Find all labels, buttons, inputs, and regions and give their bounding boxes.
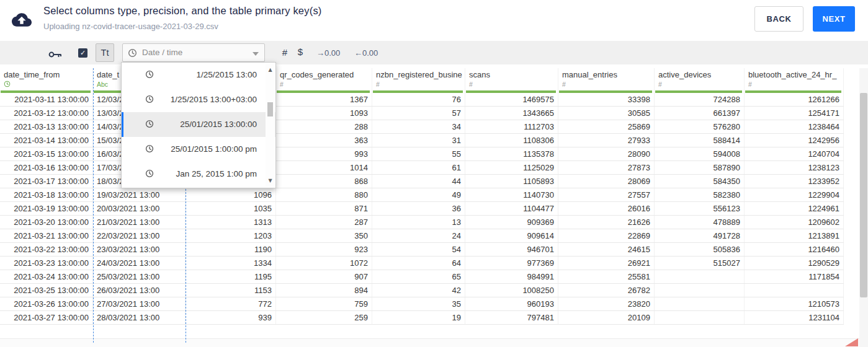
column-name: bluetooth_active_24_hr_ [748,70,843,79]
cell: 1238464 [745,120,844,133]
column-type-marker: # [376,81,465,89]
column-name: date_time_from [4,70,92,79]
number-type-button[interactable]: # [279,47,290,58]
cell: 2021-03-20 13:00:00 [0,216,93,229]
format-option[interactable]: 1/25/2015 13:00 [122,63,275,87]
table-row: 2021-03-24 13:00:0025/03/2021 13:0011959… [0,270,844,284]
clock-icon [145,70,154,81]
cell: 65 [372,270,465,283]
dropdown-scrollbar-thumb[interactable] [267,102,273,116]
cell: 28069 [558,175,655,188]
cell: 1104477 [465,202,558,215]
format-option[interactable]: 25/01/2015 13:00:00 [122,112,275,137]
cell: 34 [372,120,465,133]
column-header[interactable]: qr_codes_generated# [276,68,372,93]
decrease-precision-button[interactable]: ←0.00 [354,48,378,58]
back-button[interactable]: BACK [754,6,803,32]
column-type-marker: # [562,81,654,89]
cell: 1229904 [745,188,844,201]
cell: 1135378 [465,147,558,160]
cell: 27557 [558,188,655,201]
currency-type-button[interactable]: $ [296,46,305,57]
cell: 1254171 [745,107,844,120]
cell: 1153 [186,284,276,297]
column-header[interactable]: manual_entries# [558,68,655,93]
cell: 871 [276,202,372,215]
column-header[interactable]: active_devices# [655,68,745,93]
cell: 2021-03-12 13:00:00 [0,107,93,120]
cell: 1140730 [465,188,558,201]
column-type-marker [4,81,92,89]
table-row: 2021-03-27 13:00:0028/03/2021 13:0093925… [0,311,844,325]
text-type-button[interactable]: Tt [96,43,114,62]
cell: 797481 [465,311,558,324]
cell: 1290529 [745,257,844,270]
cell: 909369 [465,216,558,229]
cell: 2021-03-23 13:00:00 [0,257,93,270]
upload-cloud-icon [12,10,32,30]
cell: 576280 [655,120,745,133]
scroll-down-icon[interactable]: ▼ [266,178,275,183]
cell: 868 [276,175,372,188]
cell: 2021-03-22 13:00:00 [0,243,93,256]
column-header[interactable]: scans# [465,68,558,93]
page-title: Select columns type, precision, and the … [43,5,322,17]
horizontal-scrollbar[interactable] [0,338,859,347]
cell: 1216460 [745,243,844,256]
cell: 584350 [655,175,745,188]
cell: 25869 [558,120,655,133]
cell: 1240704 [745,147,844,160]
cell: 582380 [655,188,745,201]
cell: 2021-03-13 13:00:00 [0,120,93,133]
column-header[interactable]: date_time_from [0,68,93,93]
cell: 1190 [186,243,276,256]
column-type-select[interactable]: Date / time [122,43,265,62]
cell: 13 [372,216,465,229]
format-option[interactable]: 25/01/2015 1:00:00 pm [122,137,275,162]
cell: 1035 [186,202,276,215]
selected-column-guide-left [93,68,94,343]
format-option[interactable]: 1/25/2015 13:00+03:00 [122,87,275,112]
column-type-marker: # [658,81,744,89]
cell: 55 [372,147,465,160]
vertical-scrollbar [859,68,868,347]
cell: 26782 [558,284,655,297]
cell [655,270,745,283]
cell: 1242956 [745,134,844,147]
page-header: Select columns type, precision, and the … [0,0,868,41]
cell: 923 [276,243,372,256]
date-format-dropdown: 1/25/2015 13:001/25/2015 13:00+03:0025/0… [121,62,276,188]
upload-status: Uploading nz-covid-tracer-usage-2021-03-… [43,22,218,31]
cell: 960193 [465,297,558,310]
cell: 1072 [276,257,372,270]
vertical-scrollbar-thumb[interactable] [860,93,867,297]
column-header[interactable]: nzbn_registered_busine# [372,68,465,93]
include-column-checkbox[interactable] [78,48,87,58]
cell: 44 [372,175,465,188]
table-row: 2021-03-18 13:00:0019/03/2021 13:0010968… [0,188,844,202]
format-option-label: 1/25/2015 13:00+03:00 [171,95,257,104]
format-option[interactable]: Jan 25, 2015 1:00 pm [122,162,275,187]
cell: 2021-03-18 13:00:00 [0,188,93,201]
cell: 594008 [655,147,745,160]
increase-precision-button[interactable]: →0.00 [316,48,340,58]
cell: 25581 [558,270,655,283]
scroll-up-icon[interactable]: ▲ [266,67,275,72]
cell: 27/03/2021 13:00 [93,297,186,310]
column-header[interactable]: bluetooth_active_24_hr_# [745,68,844,93]
column-name: nzbn_registered_busine [376,70,465,79]
cell: 19 [372,311,465,324]
next-button[interactable]: NEXT [813,6,855,32]
cell: 19/03/2021 13:00 [93,188,186,201]
cell: 350 [276,229,372,242]
cell: 1209602 [745,216,844,229]
format-option-label: Jan 25, 2015 1:00 pm [176,169,257,178]
cell: 26016 [558,202,655,215]
cell: 22/03/2021 13:00 [93,229,186,242]
cell: 1210573 [745,297,844,310]
cell: 977369 [465,257,558,270]
cell: 22869 [558,229,655,242]
cell: 984991 [465,270,558,283]
primary-key-icon[interactable] [48,50,62,61]
cell: 661397 [655,107,745,120]
